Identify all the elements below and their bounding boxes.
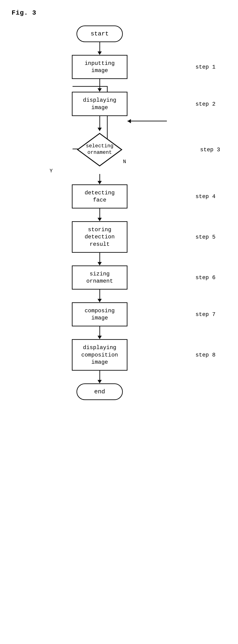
step2-node: displayingimage	[72, 92, 128, 116]
step4-label: step 4	[196, 193, 216, 200]
step1-node: inputtingimage	[72, 55, 128, 79]
flowchart: start inputtingimage step 1	[12, 26, 225, 400]
step6-label: step 6	[196, 274, 216, 280]
step6-node: sizingornament	[72, 266, 128, 290]
step8-node: displayingcompositionimage	[72, 339, 128, 371]
page: Fig. 3 start inputtingimage step 1	[0, 0, 238, 644]
n-label: N	[123, 159, 126, 165]
step7-label: step 7	[196, 311, 216, 318]
step7-node: composingimage	[72, 302, 128, 326]
figure-label: Fig. 3	[12, 9, 36, 16]
start-node: start	[76, 26, 123, 42]
step3-label: step 3	[200, 146, 220, 153]
step1-label: step 1	[196, 64, 216, 70]
step2-label: step 2	[196, 101, 216, 107]
end-node: end	[76, 384, 123, 400]
step8-label: step 8	[196, 352, 216, 358]
step4-node: detectingface	[72, 184, 128, 208]
step5-label: step 5	[196, 234, 216, 240]
step5-node: storingdetectionresult	[72, 221, 128, 253]
step3-node: selectingornament N	[74, 131, 125, 168]
